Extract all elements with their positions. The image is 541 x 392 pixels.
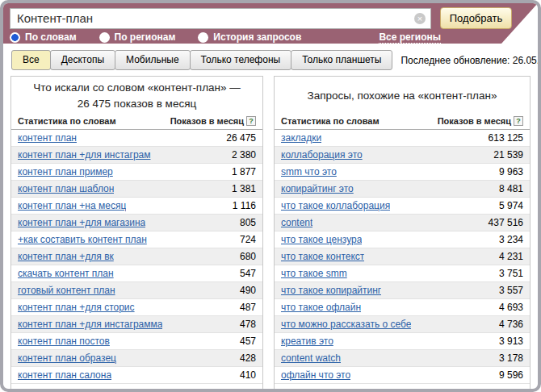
- keyword-link[interactable]: +как составить контент план: [18, 234, 147, 245]
- device-tab[interactable]: Десктопы: [50, 50, 115, 70]
- device-tab[interactable]: Только планшеты: [291, 50, 392, 70]
- keyword-link[interactable]: контент план +для инстаграм: [18, 149, 151, 161]
- column-headers: Статистика по словам Показов в месяц ?: [275, 114, 530, 130]
- keyword-link[interactable]: контент план +для инстаграмма: [18, 319, 162, 330]
- help-icon[interactable]: ?: [246, 116, 256, 126]
- impressions-value: 3 751: [499, 268, 523, 279]
- keyword-link[interactable]: что такое контекст: [281, 251, 364, 262]
- keyword-link[interactable]: что такое офлайн: [281, 302, 361, 313]
- keyword-link[interactable]: креатив это: [281, 336, 333, 347]
- keyword-link[interactable]: что такое копирайтинг: [281, 285, 381, 296]
- table-row: что такое офлайн 4 693: [275, 299, 530, 316]
- all-regions-link[interactable]: Все регионы: [379, 31, 441, 44]
- search-header: × Подобрать По словам По регионам Истори…: [3, 3, 538, 44]
- keyword-link[interactable]: контент план шаблон: [18, 183, 114, 194]
- keyword-link[interactable]: content watch: [281, 352, 341, 364]
- keyword-link[interactable]: закладки: [281, 132, 321, 144]
- impressions-value: 9 963: [499, 166, 523, 177]
- help-icon[interactable]: ?: [514, 116, 523, 126]
- keyword-link[interactable]: контент план: [18, 132, 77, 144]
- panel-with-word: Что искали со словом «контент-план» — 26…: [10, 76, 263, 392]
- radio-icon: [198, 32, 208, 43]
- col-impressions-wrap: Показов в месяц ?: [438, 116, 523, 126]
- keyword-link[interactable]: офлайн что это: [281, 369, 350, 381]
- keyword-link[interactable]: контент план +для сторис: [18, 302, 135, 313]
- radio-icon: [10, 32, 20, 43]
- table-row: что можно рассказать о себе 4 736: [275, 316, 530, 333]
- table-row: что такое smm 3 751: [275, 265, 530, 282]
- table-row: контент план 26 475: [11, 130, 262, 147]
- radio-label: По словам: [25, 31, 77, 43]
- keyword-link[interactable]: копирайтинг это: [281, 183, 354, 194]
- keyword-link[interactable]: контент план образец: [18, 352, 116, 364]
- search-input-wrap: ×: [10, 8, 431, 29]
- impressions-value: 487: [240, 302, 256, 313]
- impressions-value: 2 380: [232, 149, 256, 161]
- impressions-value: 1 381: [232, 183, 256, 194]
- table-row: контент план постов 457: [11, 333, 262, 350]
- clear-icon[interactable]: ×: [414, 13, 426, 24]
- table-row: контент план пример 1 877: [11, 164, 262, 181]
- search-mode-radio[interactable]: По словам: [10, 31, 77, 43]
- device-tab[interactable]: Все: [11, 50, 51, 70]
- impressions-value: 5 974: [499, 200, 523, 211]
- impressions-value: 21 539: [493, 149, 523, 161]
- submit-button[interactable]: Подобрать: [440, 7, 512, 29]
- panel-title: Что искали со словом «контент-план» — 26…: [11, 77, 262, 114]
- search-mode-radio[interactable]: По регионам: [99, 31, 176, 43]
- impressions-value: 3 234: [499, 234, 523, 245]
- table-row: content watch 3 178: [275, 350, 530, 367]
- table-row: коллаборация это 21 539: [275, 147, 530, 164]
- keyword-link[interactable]: что такое цензура: [281, 234, 362, 245]
- impressions-value: 4 693: [499, 302, 523, 313]
- column-headers: Статистика по словам Показов в месяц ?: [11, 114, 262, 130]
- impressions-value: 3 913: [499, 336, 523, 347]
- keyword-link[interactable]: что такое коллаборация: [281, 200, 390, 211]
- table-row: креатив это 3 913: [275, 333, 530, 350]
- panel-title: Запросы, похожие на «контент-план»: [275, 77, 530, 114]
- impressions-value: 8 481: [499, 183, 523, 194]
- keyword-link[interactable]: content: [281, 217, 312, 228]
- keyword-link[interactable]: скачать контент план: [18, 268, 114, 279]
- table-row: контент план +для инстаграм 2 380: [11, 147, 262, 164]
- keyword-link[interactable]: smm что это: [281, 166, 337, 177]
- last-update-text: Последнее обновление: 26.05.2022: [392, 55, 541, 66]
- table-row: готовый контент план 490: [11, 282, 262, 299]
- search-mode-row: По словам По регионам История запросов В…: [3, 30, 538, 44]
- keyword-link[interactable]: контент план пример: [18, 166, 113, 177]
- impressions-value: 490: [240, 285, 256, 296]
- panel-similar: Запросы, похожие на «контент-план» Стати…: [274, 76, 531, 392]
- keyword-link[interactable]: что такое smm: [281, 268, 347, 279]
- impressions-value: 1 116: [233, 200, 256, 211]
- keyword-link[interactable]: контент план салона: [18, 369, 111, 381]
- table-row: что такое копирайтинг 3 557: [275, 282, 530, 299]
- table-row: контент план образец 428: [11, 350, 262, 367]
- table-row: что такое контекст 4 231: [275, 248, 530, 265]
- impressions-value: 437 516: [489, 217, 523, 228]
- panels: Что искали со словом «контент-план» — 26…: [3, 76, 538, 392]
- keyword-link[interactable]: что можно рассказать о себе: [281, 319, 411, 330]
- impressions-value: 3 178: [499, 352, 523, 364]
- impressions-value: 547: [240, 268, 256, 279]
- keyword-link[interactable]: контент план постов: [18, 336, 110, 347]
- table-row: контент план +для инстаграмма 478: [11, 316, 262, 333]
- impressions-value: 26 475: [226, 132, 256, 144]
- table-row: контент план шаблон 1 381: [11, 181, 262, 198]
- search-mode-radio[interactable]: История запросов: [198, 31, 301, 43]
- keyword-link[interactable]: контент план +на месяц: [18, 200, 126, 211]
- device-tab[interactable]: Только телефоны: [190, 50, 292, 70]
- impressions-value: 478: [240, 319, 256, 330]
- col-impressions-wrap: Показов в месяц ?: [170, 116, 256, 126]
- col-impressions-label: Показов в месяц: [170, 116, 244, 126]
- keyword-link[interactable]: коллаборация это: [281, 149, 363, 161]
- table-row: контент план +на месяц 1 116: [11, 198, 262, 215]
- keyword-link[interactable]: контент план +для магазина: [18, 217, 145, 228]
- search-input[interactable]: [10, 8, 431, 29]
- device-tab[interactable]: Мобильные: [115, 50, 191, 70]
- impressions-value: 3 557: [499, 285, 523, 296]
- table-row: скачать контент план 547: [11, 265, 262, 282]
- keyword-link[interactable]: готовый контент план: [18, 285, 115, 296]
- wordstat-window: × Подобрать По словам По регионам Истори…: [0, 0, 541, 392]
- radio-label: История запросов: [213, 31, 301, 43]
- keyword-link[interactable]: контент план +для вк: [18, 251, 114, 262]
